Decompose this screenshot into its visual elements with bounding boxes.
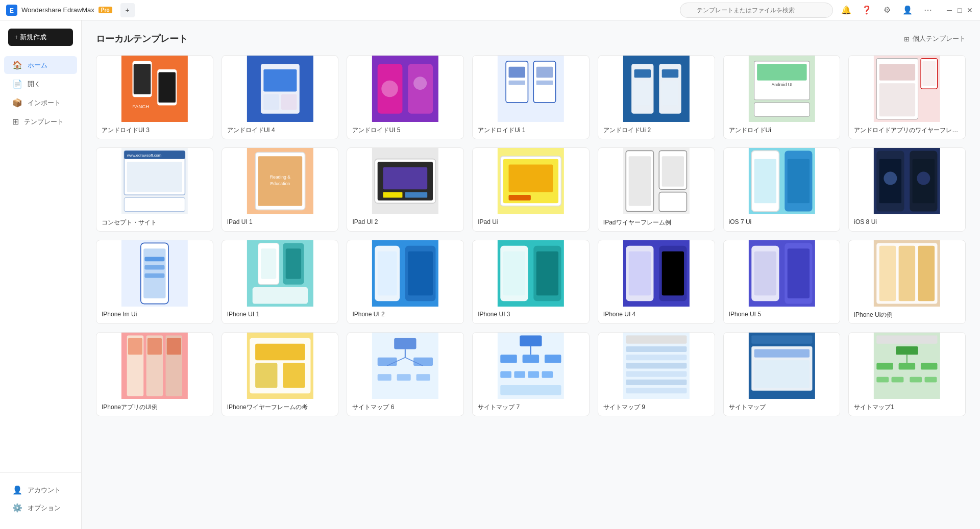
template-card[interactable]: アンドロイドUi 2 [598, 55, 715, 139]
template-card[interactable]: IPadワイヤーフレーム例 [598, 147, 715, 232]
settings-icon[interactable]: ⚙ [880, 3, 894, 17]
template-card[interactable]: IPhone UI 1 [222, 240, 339, 324]
sidebar-item-template[interactable]: ⊞ テンプレート [4, 113, 77, 131]
template-thumbnail [473, 56, 589, 122]
notification-icon[interactable]: 🔔 [839, 3, 853, 17]
svg-rect-156 [626, 355, 687, 360]
template-thumbnail [598, 148, 715, 214]
template-card[interactable]: サイトマップ 9 [598, 332, 715, 416]
template-thumbnail: FANCH [96, 56, 213, 122]
svg-rect-118 [899, 246, 916, 301]
template-card[interactable]: サイトマップ 7 [472, 332, 590, 416]
svg-rect-98 [378, 251, 397, 296]
svg-rect-42 [879, 83, 915, 116]
svg-rect-28 [634, 69, 651, 78]
template-card[interactable]: アンドロイドアプリのワイヤーフレーム [848, 55, 966, 139]
template-label: サイトマップ1 [849, 399, 965, 416]
template-card[interactable]: Reading & Education IPad UI 1 [222, 147, 339, 232]
svg-rect-68 [659, 192, 687, 212]
svg-rect-164 [754, 349, 809, 358]
svg-text:Reading &: Reading & [270, 174, 290, 180]
user-icon[interactable]: 👤 [900, 3, 915, 17]
template-card[interactable]: IPhone UI 4 [598, 240, 715, 324]
svg-rect-145 [500, 355, 517, 363]
sidebar-label-template: テンプレート [24, 117, 64, 127]
template-card[interactable]: IPhone UI 2 [347, 240, 464, 324]
svg-rect-12 [281, 94, 297, 110]
sidebar-item-open[interactable]: 📄 開く [4, 75, 77, 93]
template-card[interactable]: IPhoneアプリのUI例 [96, 332, 213, 416]
sidebar-label-open: 開く [28, 80, 41, 89]
sidebar-item-import[interactable]: 📦 インポート [4, 94, 77, 112]
svg-rect-154 [626, 335, 687, 343]
restore-button[interactable]: □ [955, 6, 964, 14]
template-label: IPhone UI 1 [222, 307, 338, 322]
content-area: ローカルテンプレート ⊞ 個人テンプレート FANCH アンドロイドUI 3 ア… [82, 20, 980, 529]
personal-templates-button[interactable]: ⊞ 個人テンプレート [904, 34, 966, 43]
template-card[interactable]: IPad Ui [472, 147, 590, 232]
template-thumbnail [724, 240, 840, 307]
more-icon[interactable]: ⋯ [921, 3, 935, 17]
sidebar-bottom: 👤 アカウント ⚙️ オプション [0, 472, 81, 521]
new-file-button[interactable]: + 新規作成 [8, 29, 73, 46]
svg-rect-22 [536, 67, 553, 78]
template-card[interactable]: アンドロイドUI 4 [222, 55, 339, 139]
svg-rect-103 [503, 251, 525, 296]
template-card[interactable]: www.edrawsoft.com コンセプト・サイト [96, 147, 213, 232]
minimize-button[interactable]: ─ [945, 6, 953, 14]
svg-rect-143 [520, 335, 542, 346]
app-name-label: Wondershare EdrawMax [21, 6, 94, 14]
template-card[interactable]: アンドロイドUI 5 [347, 55, 464, 139]
svg-rect-125 [148, 338, 162, 355]
sidebar-item-account[interactable]: 👤 アカウント [4, 481, 77, 499]
sidebar-item-options[interactable]: ⚙️ オプション [4, 499, 77, 517]
template-label: IPad UI 2 [347, 214, 463, 230]
svg-rect-175 [910, 377, 922, 383]
template-thumbnail [598, 56, 715, 122]
template-card[interactable]: IPhone Im Ui [96, 240, 213, 324]
template-card[interactable]: iOS 8 Ui [848, 147, 966, 232]
template-card[interactable]: IPhoneワイヤーフレームの考 [222, 332, 339, 416]
template-label: アンドロイドUi 2 [598, 122, 715, 139]
template-card[interactable]: FANCH アンドロイドUI 3 [96, 55, 213, 139]
svg-rect-124 [128, 338, 142, 355]
template-thumbnail [849, 56, 965, 122]
title-bar-right: 🔍 🔔 ❓ ⚙ 👤 ⋯ ─ □ ✕ [680, 3, 974, 18]
svg-rect-108 [629, 251, 651, 296]
template-card[interactable]: iOS 7 Ui [723, 147, 841, 232]
template-card[interactable]: IPhone UI 3 [472, 240, 590, 324]
template-thumbnail [849, 333, 965, 399]
svg-rect-104 [536, 251, 558, 296]
template-label: IPad UI 1 [222, 214, 338, 230]
template-label: アンドロイドUI 4 [222, 122, 338, 139]
pro-badge: Pro [99, 7, 112, 13]
svg-rect-172 [921, 363, 938, 370]
template-card[interactable]: IPhone UI 5 [723, 240, 841, 324]
template-thumbnail [347, 333, 463, 399]
close-button[interactable]: ✕ [966, 6, 974, 14]
template-thumbnail: Reading & Education [222, 148, 338, 214]
template-thumbnail [347, 56, 463, 122]
svg-rect-170 [877, 363, 894, 370]
add-tab-button[interactable]: + [120, 3, 135, 17]
template-card[interactable]: IPad UI 2 [347, 147, 464, 232]
svg-rect-140 [397, 374, 411, 381]
search-wrap: 🔍 [680, 3, 833, 18]
svg-rect-21 [509, 67, 525, 78]
template-card[interactable]: サイトマップ [723, 332, 841, 416]
template-label: IPhoneアプリのUI例 [96, 399, 213, 416]
help-icon[interactable]: ❓ [860, 3, 874, 17]
template-card[interactable]: アンドロイドUi 1 [472, 55, 590, 139]
template-thumbnail [96, 240, 213, 307]
svg-rect-70 [662, 156, 684, 187]
template-card[interactable]: Android UI アンドロイドUi [723, 55, 841, 139]
svg-rect-93 [285, 248, 301, 279]
template-card[interactable]: サイトマップ1 [848, 332, 966, 416]
template-label: iPhone Uiの例 [849, 307, 965, 323]
sidebar-item-home[interactable]: 🏠 ホーム [4, 56, 77, 74]
template-card[interactable]: iPhone Uiの例 [848, 240, 966, 324]
template-label: IPad Ui [473, 214, 589, 230]
template-card[interactable]: サイトマップ 6 [347, 332, 464, 416]
template-label: アンドロイドUI 3 [96, 122, 213, 139]
search-input[interactable] [680, 3, 833, 18]
